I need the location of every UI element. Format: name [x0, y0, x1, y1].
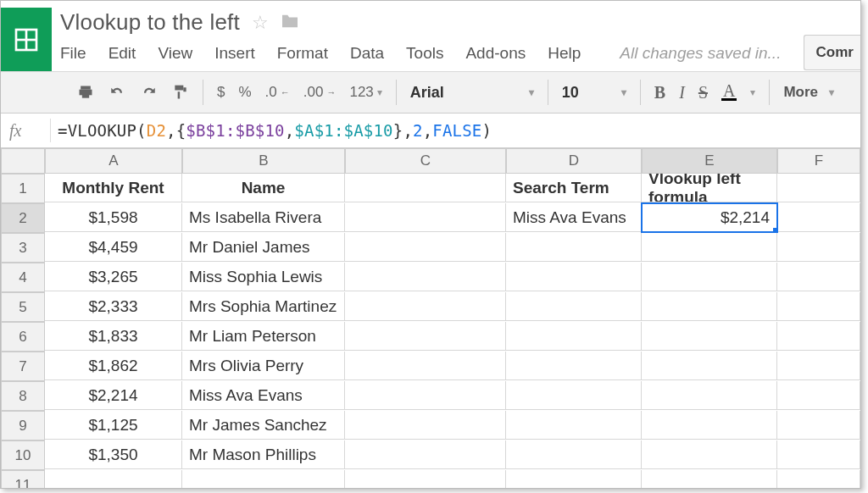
row-header-8[interactable]: 8 — [1, 381, 45, 411]
text-color-caret[interactable]: ▾ — [750, 86, 755, 98]
row-header-4[interactable]: 4 — [1, 263, 45, 292]
cell-E6[interactable] — [642, 322, 777, 351]
cell-B10[interactable]: Mr Mason Phillips — [182, 440, 345, 469]
row-header-10[interactable]: 10 — [1, 440, 45, 470]
cell-D8[interactable] — [506, 381, 642, 410]
text-color-button[interactable]: A — [721, 84, 737, 101]
font-size-selector[interactable]: 10▾ — [554, 84, 635, 102]
increase-decimal-button[interactable]: .00→ — [303, 84, 337, 101]
cell-F2[interactable] — [777, 203, 860, 232]
row-header-6[interactable]: 6 — [1, 322, 45, 352]
cell-E10[interactable] — [642, 440, 777, 469]
cell-D1[interactable]: Search Term — [506, 174, 642, 202]
cell-F8[interactable] — [777, 381, 860, 410]
cell-A2[interactable]: $1,598 — [45, 203, 182, 232]
cell-D4[interactable] — [506, 263, 642, 291]
cell-E1[interactable]: Vlookup left formula — [642, 174, 777, 202]
cell-D11[interactable] — [506, 470, 642, 489]
cell-C9[interactable] — [345, 411, 506, 440]
menu-insert[interactable]: Insert — [214, 44, 255, 63]
number-format-button[interactable]: 123 ▾ — [349, 84, 381, 101]
print-button[interactable] — [77, 84, 94, 101]
cell-B8[interactable]: Miss Ava Evans — [182, 381, 345, 410]
cell-A6[interactable]: $1,833 — [45, 322, 182, 351]
decrease-decimal-button[interactable]: .0← — [265, 84, 290, 101]
cell-B4[interactable]: Miss Sophia Lewis — [182, 263, 345, 291]
cell-F10[interactable] — [777, 440, 860, 469]
cell-F5[interactable] — [777, 292, 860, 321]
cell-A7[interactable]: $1,862 — [45, 352, 182, 380]
cell-E7[interactable] — [642, 352, 777, 380]
row-header-9[interactable]: 9 — [1, 411, 45, 440]
menu-data[interactable]: Data — [350, 44, 384, 63]
cell-B5[interactable]: Mrs Sophia Martinez — [182, 292, 345, 321]
row-header-5[interactable]: 5 — [1, 292, 45, 322]
cell-C8[interactable] — [345, 381, 506, 410]
cell-D7[interactable] — [506, 352, 642, 380]
col-header-A[interactable]: A — [45, 148, 182, 174]
cell-E3[interactable] — [642, 233, 777, 262]
cell-D6[interactable] — [506, 322, 642, 351]
cell-C10[interactable] — [345, 440, 506, 469]
bold-button[interactable]: B — [654, 83, 665, 102]
font-selector[interactable]: Arial▾ — [402, 84, 542, 102]
menu-tools[interactable]: Tools — [406, 44, 443, 63]
cell-A10[interactable]: $1,350 — [45, 440, 182, 469]
row-header-1[interactable]: 1 — [1, 174, 45, 203]
currency-button[interactable]: $ — [217, 84, 225, 101]
menu-file[interactable]: File — [60, 44, 86, 63]
cell-F7[interactable] — [777, 352, 860, 380]
cell-D9[interactable] — [506, 411, 642, 440]
comments-button[interactable]: Comr — [804, 35, 860, 70]
cell-F11[interactable] — [777, 470, 860, 489]
redo-button[interactable] — [140, 85, 159, 100]
cell-E2[interactable]: $2,214 — [642, 203, 777, 232]
menu-format[interactable]: Format — [277, 44, 328, 63]
cell-C3[interactable] — [345, 233, 506, 262]
cell-C6[interactable] — [345, 322, 506, 351]
menu-help[interactable]: Help — [548, 44, 581, 63]
paint-format-button[interactable] — [172, 83, 189, 102]
cell-E8[interactable] — [642, 381, 777, 410]
menu-addons[interactable]: Add-ons — [465, 44, 526, 63]
cell-B2[interactable]: Ms Isabella Rivera — [182, 203, 345, 232]
cell-F9[interactable] — [777, 411, 860, 440]
cell-B1[interactable]: Name — [182, 174, 345, 202]
more-button[interactable]: More ▾ — [783, 84, 833, 101]
cell-F3[interactable] — [777, 233, 860, 262]
cell-D10[interactable] — [506, 440, 642, 469]
row-header-3[interactable]: 3 — [1, 233, 45, 263]
menu-view[interactable]: View — [158, 44, 192, 63]
col-header-C[interactable]: C — [345, 148, 506, 174]
cell-B9[interactable]: Mr James Sanchez — [182, 411, 345, 440]
percent-button[interactable]: % — [238, 84, 251, 101]
cell-A9[interactable]: $1,125 — [45, 411, 182, 440]
cell-F4[interactable] — [777, 263, 860, 291]
menu-edit[interactable]: Edit — [108, 44, 136, 63]
cell-C7[interactable] — [345, 352, 506, 380]
strikethrough-button[interactable]: S — [698, 83, 708, 102]
cell-B3[interactable]: Mr Daniel James — [182, 233, 345, 262]
col-header-D[interactable]: D — [506, 148, 642, 174]
cell-E4[interactable] — [642, 263, 777, 291]
row-header-7[interactable]: 7 — [1, 352, 45, 381]
cell-F6[interactable] — [777, 322, 860, 351]
cell-B7[interactable]: Mrs Olivia Perry — [182, 352, 345, 380]
cell-B6[interactable]: Mr Liam Peterson — [182, 322, 345, 351]
formula-input[interactable]: =VLOOKUP(D2,{$B$1:$B$10,$A$1:$A$10},2,FA… — [58, 121, 492, 140]
cell-E9[interactable] — [642, 411, 777, 440]
cell-C2[interactable] — [345, 203, 506, 232]
cell-A4[interactable]: $3,265 — [45, 263, 182, 291]
cell-E5[interactable] — [642, 292, 777, 321]
col-header-B[interactable]: B — [182, 148, 345, 174]
cell-A3[interactable]: $4,459 — [45, 233, 182, 262]
row-header-2[interactable]: 2 — [1, 203, 45, 233]
cell-E11[interactable] — [642, 470, 777, 489]
document-title[interactable]: Vlookup to the left — [60, 9, 240, 36]
cell-B11[interactable] — [182, 470, 345, 489]
cell-A8[interactable]: $2,214 — [45, 381, 182, 410]
italic-button[interactable]: I — [679, 83, 685, 102]
undo-button[interactable] — [108, 85, 126, 100]
cell-D2[interactable]: Miss Ava Evans — [506, 203, 642, 232]
cell-F1[interactable] — [777, 174, 860, 202]
